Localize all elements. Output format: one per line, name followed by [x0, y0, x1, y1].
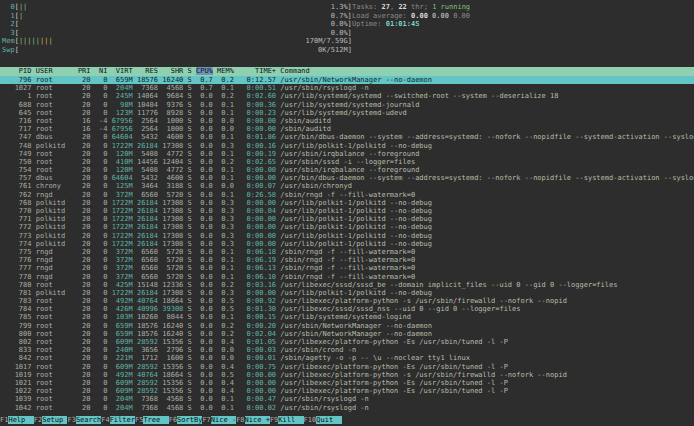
process-row[interactable]: 762 rngd 20 0 372M 6560 5720 S 0.0 0.1 0…: [0, 191, 694, 199]
cell-shr: 4568: [162, 395, 183, 403]
process-row[interactable]: 785 root 20 0 103M 10260 8044 S 0.0 0.1 …: [0, 313, 694, 321]
col-s[interactable]: S: [188, 67, 192, 75]
fnkey-filter[interactable]: F4Filter: [101, 416, 135, 424]
cell-time: 0:00.47: [238, 395, 276, 403]
process-row[interactable]: 842 root 20 0 221M 1712 1600 S 0.0 0.0 0…: [0, 354, 694, 362]
process-row[interactable]: 775 rngd 20 0 372M 6560 5720 S 0.0 0.1 0…: [0, 248, 694, 256]
fnkey-nice[interactable]: F8Nice +: [236, 416, 270, 424]
fn-key-label: SortBy: [177, 416, 202, 424]
cell-command: /usr/libexec/platform-python -Es /usr/sb…: [280, 379, 508, 387]
col-mem[interactable]: MEM%: [217, 67, 234, 75]
fnkey-quit[interactable]: F10Quit: [304, 416, 342, 424]
process-row[interactable]: 1021 root 20 0 609M 28592 15356 S 0.0 0.…: [0, 379, 694, 387]
cell-user: root: [36, 404, 74, 412]
col-shr[interactable]: SHR: [162, 67, 183, 75]
cell-pid: 761: [2, 182, 32, 190]
process-row[interactable]: 688 root 20 0 98M 10404 9376 S 0.0 0.1 0…: [0, 101, 694, 109]
process-row[interactable]: 747 dbus 20 0 64604 5432 4600 S 0.0 0.1 …: [0, 133, 694, 141]
process-row[interactable]: 1039 root 20 0 204M 7368 4568 S 0.0 0.1 …: [0, 395, 694, 403]
process-row[interactable]: 774 polkitd 20 0 1722M 26184 17308 S 0.0…: [0, 240, 694, 248]
cell-virt: 1722M: [112, 207, 133, 215]
cell-time: 0:00.00: [238, 125, 276, 133]
process-row[interactable]: 777 rngd 20 0 372M 6560 5720 S 0.0 0.1 0…: [0, 264, 694, 272]
process-row[interactable]: 771 polkitd 20 0 1722M 26184 17308 S 0.0…: [0, 215, 694, 223]
process-row[interactable]: 800 root 20 0 659M 18576 16240 S 0.0 0.2…: [0, 330, 694, 338]
col-virt[interactable]: VIRT: [112, 67, 133, 75]
cell-pid: 762: [2, 191, 32, 199]
cell-shr: 17308: [162, 215, 183, 223]
col-res[interactable]: RES: [137, 67, 158, 75]
process-row[interactable]: 781 polkitd 20 0 1722M 26184 17308 S 0.0…: [0, 289, 694, 297]
process-row[interactable]: 768 polkitd 20 0 1722M 26184 17308 S 0.0…: [0, 199, 694, 207]
fnkey-setup[interactable]: F2Setup: [34, 416, 68, 424]
process-row[interactable]: 780 root 20 0 425M 15148 12336 S 0.0 0.2…: [0, 281, 694, 289]
process-row[interactable]: 716 root 16 -4 67956 2564 1000 S 0.0 0.0…: [0, 117, 694, 125]
col-ni[interactable]: NI: [95, 67, 108, 75]
cell-state: S: [188, 379, 192, 387]
fnkey-sortby[interactable]: F6SortBy: [169, 416, 203, 424]
fnkey-tree[interactable]: F5Tree: [135, 416, 169, 424]
col-user[interactable]: USER: [36, 67, 74, 75]
process-row[interactable]: 754 root 20 0 120M 5408 4772 S 0.0 0.1 0…: [0, 166, 694, 174]
cell-virt: 204M: [112, 84, 133, 92]
meter-value: 0.0%: [331, 20, 348, 28]
cell-cpu: 0.0: [196, 150, 213, 158]
process-row[interactable]: 1027 root 20 0 204M 7368 4568 S 0.7 0.1 …: [0, 84, 694, 92]
col-command[interactable]: Command: [280, 67, 310, 75]
cell-mem: 0.5: [217, 371, 234, 379]
cell-pri: 20: [78, 305, 91, 313]
process-row[interactable]: 783 root 20 0 492M 40764 18664 S 0.0 0.5…: [0, 297, 694, 305]
process-row[interactable]: 717 root 16 -4 67956 2564 1000 S 0.0 0.0…: [0, 125, 694, 133]
fnkey-help[interactable]: F1Help: [0, 416, 34, 424]
cell-virt: 1722M: [112, 223, 133, 231]
process-row[interactable]: 773 polkitd 20 0 1722M 26184 17308 S 0.0…: [0, 232, 694, 240]
cell-cpu: 0.0: [196, 240, 213, 248]
col-cpu[interactable]: CPU%: [196, 67, 213, 75]
fnkey-search[interactable]: F3Search: [67, 416, 101, 424]
cell-mem: 0.2: [217, 76, 234, 84]
cell-time: 0:00.75: [238, 363, 276, 371]
cell-command: /usr/libexec/platform-python -Es /usr/sb…: [280, 338, 508, 346]
col-pri[interactable]: PRI: [78, 67, 91, 75]
process-row[interactable]: 796 root 20 0 659M 18576 16240 S 0.7 0.2…: [0, 76, 694, 84]
fn-key-label: Kill: [278, 416, 303, 424]
process-row[interactable]: 1022 root 20 0 609M 28592 15356 S 0.0 0.…: [0, 387, 694, 395]
process-row[interactable]: 1017 root 20 0 609M 28592 15356 S 0.0 0.…: [0, 363, 694, 371]
cell-mem: 0.4: [217, 379, 234, 387]
cell-shr: 17308: [162, 199, 183, 207]
cell-res: 7368: [137, 84, 158, 92]
process-row[interactable]: 833 root 20 0 240M 3656 2796 S 0.0 0.0 0…: [0, 346, 694, 354]
cell-time: 0:01.05: [238, 338, 276, 346]
process-row[interactable]: 770 polkitd 20 0 1722M 26184 17308 S 0.0…: [0, 207, 694, 215]
cell-mem: 0.3: [217, 289, 234, 297]
process-row[interactable]: 802 root 20 0 609M 28592 15356 S 0.0 0.4…: [0, 338, 694, 346]
process-row[interactable]: 761 chrony 20 0 125M 3464 3188 S 0.0 0.0…: [0, 182, 694, 190]
process-row[interactable]: 750 root 20 0 410M 14456 12404 S 0.0 0.2…: [0, 158, 694, 166]
process-row[interactable]: 772 polkitd 20 0 1722M 26184 17308 S 0.0…: [0, 223, 694, 231]
process-row[interactable]: 778 rngd 20 0 372M 6560 5720 S 0.0 0.1 0…: [0, 273, 694, 281]
col-time[interactable]: TIME+: [238, 67, 276, 75]
process-row[interactable]: 645 root 20 0 123M 11776 8928 S 0.0 0.1 …: [0, 109, 694, 117]
cell-time: 0:03.16: [238, 281, 276, 289]
process-row[interactable]: 776 rngd 20 0 372M 6560 5720 S 0.0 0.1 0…: [0, 256, 694, 264]
cell-pri: 20: [78, 395, 91, 403]
process-row[interactable]: 749 root 20 0 120M 5408 4772 S 0.0 0.1 0…: [0, 150, 694, 158]
process-row[interactable]: 784 root 20 0 426M 40996 39308 S 0.0 0.5…: [0, 305, 694, 313]
fnkey-nice[interactable]: F7Nice -: [202, 416, 236, 424]
col-pid[interactable]: PID: [2, 67, 32, 75]
cell-state: S: [188, 125, 192, 133]
cell-ni: 0: [95, 379, 108, 387]
process-row[interactable]: 757 dbus 20 0 64604 5432 4600 S 0.0 0.1 …: [0, 174, 694, 182]
process-row[interactable]: 799 root 20 0 659M 18576 16240 S 0.0 0.2…: [0, 322, 694, 330]
cell-state: S: [188, 191, 192, 199]
cell-time: 0:00.36: [238, 101, 276, 109]
fnkey-kill[interactable]: F9Kill: [270, 416, 304, 424]
process-row[interactable]: 1 root 20 0 245M 14064 9684 S 0.0 0.2 0:…: [0, 92, 694, 100]
cell-pri: 20: [78, 84, 91, 92]
cell-pri: 20: [78, 264, 91, 272]
cell-ni: 0: [95, 264, 108, 272]
process-row[interactable]: 1019 root 20 0 492M 40764 18664 S 0.0 0.…: [0, 371, 694, 379]
process-row[interactable]: 1042 root 20 0 204M 7368 4568 S 0.0 0.1 …: [0, 404, 694, 412]
cell-state: S: [188, 248, 192, 256]
process-row[interactable]: 748 polkitd 20 0 1722M 26184 17308 S 0.0…: [0, 142, 694, 150]
